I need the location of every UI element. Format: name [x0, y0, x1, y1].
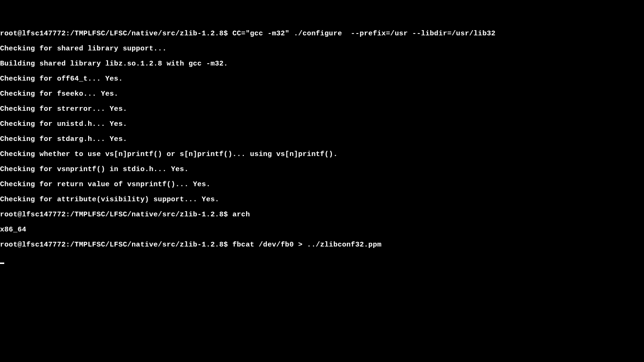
- terminal-output: Checking for off64_t... Yes.: [0, 75, 644, 83]
- terminal-output: Checking for fseeko... Yes.: [0, 90, 644, 98]
- cursor-icon: [0, 263, 4, 264]
- terminal-line: root@lfsc147772:/TMPLFSC/LFSC/native/src…: [0, 30, 644, 38]
- shell-command: fbcat /dev/fb0 > ../zlibconf32.ppm: [232, 241, 381, 249]
- terminal-output: Building shared library libz.so.1.2.8 wi…: [0, 60, 644, 68]
- terminal-output: Checking for strerror... Yes.: [0, 106, 644, 113]
- shell-command: CC="gcc -m32" ./configure --prefix=/usr …: [232, 30, 495, 38]
- terminal-output: Checking for shared library support...: [0, 45, 644, 53]
- terminal-output: Checking for return value of vsnprintf()…: [0, 181, 644, 189]
- terminal-cursor-line[interactable]: [0, 256, 644, 264]
- shell-prompt: root@lfsc147772:/TMPLFSC/LFSC/native/src…: [0, 30, 232, 38]
- terminal-output: Checking for unistd.h... Yes.: [0, 121, 644, 128]
- terminal-output: Checking for stdarg.h... Yes.: [0, 136, 644, 143]
- terminal-output: Checking for vsnprintf() in stdio.h... Y…: [0, 166, 644, 173]
- terminal-line: root@lfsc147772:/TMPLFSC/LFSC/native/src…: [0, 241, 644, 249]
- shell-prompt: root@lfsc147772:/TMPLFSC/LFSC/native/src…: [0, 241, 232, 249]
- terminal-output: Checking for attribute(visibility) suppo…: [0, 196, 644, 204]
- terminal-output: x86_64: [0, 226, 644, 234]
- shell-command: arch: [232, 211, 250, 219]
- terminal-output: Checking whether to use vs[n]printf() or…: [0, 151, 644, 158]
- shell-prompt: root@lfsc147772:/TMPLFSC/LFSC/native/src…: [0, 211, 232, 219]
- terminal-line: root@lfsc147772:/TMPLFSC/LFSC/native/src…: [0, 211, 644, 219]
